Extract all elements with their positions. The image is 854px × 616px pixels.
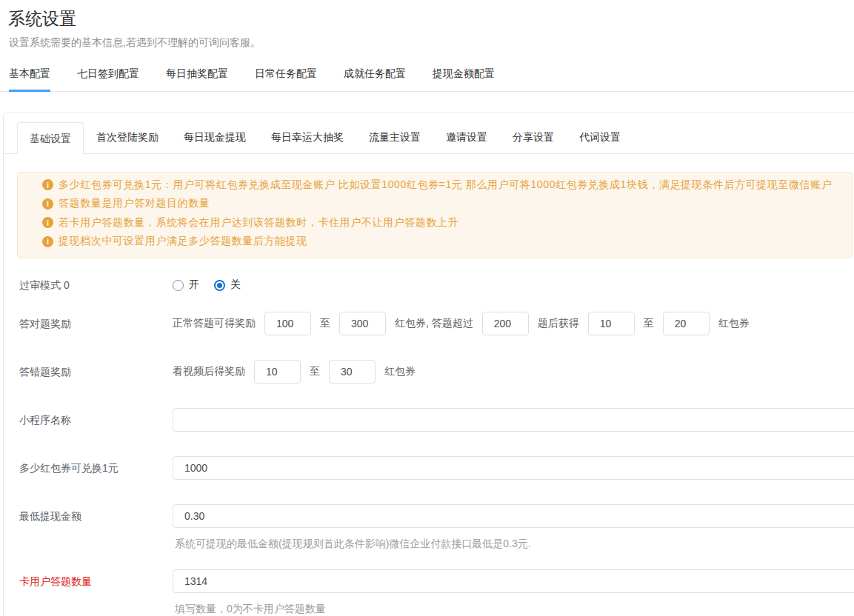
form-row-appname: 小程序名称 bbox=[19, 408, 854, 432]
correct-prefix-text: 正常答题可得奖励 bbox=[173, 317, 256, 330]
wrong-max-input[interactable] bbox=[329, 360, 376, 384]
top-tab-bar: 基本配置 七日签到配置 每日抽奖配置 日常任务配置 成就任务配置 提现金额配置 bbox=[0, 64, 854, 92]
correct-max-input[interactable] bbox=[339, 312, 386, 335]
alert-line: i 若卡用户答题数量，系统将会在用户达到该答题数时，卡住用户不让用户答题数上升 bbox=[24, 213, 846, 232]
to-text: 至 bbox=[320, 317, 330, 330]
top-tab-achievement-task[interactable]: 成就任务配置 bbox=[344, 64, 406, 92]
sub-tab-daily-cash-withdraw[interactable]: 每日现金提现 bbox=[171, 121, 258, 153]
settings-card: 基础设置 首次登陆奖励 每日现金提现 每日幸运大抽奖 流量主设置 邀请设置 分享… bbox=[3, 113, 854, 616]
exchange-label: 多少红包券可兑换1元 bbox=[19, 456, 173, 480]
form-row-block-count: 卡用户答题数量 填写数量，0为不卡用户答题数量 bbox=[19, 569, 854, 616]
wrong-reward-content: 看视频后得奖励 至 红包券 bbox=[173, 360, 416, 384]
audit-mode-radio-group: 开 关 bbox=[173, 273, 256, 297]
block-count-input[interactable] bbox=[173, 569, 854, 593]
block-count-content: 填写数量，0为不卡用户答题数量 bbox=[173, 569, 854, 616]
correct-after-text: 题后获得 bbox=[538, 317, 579, 330]
wrong-prefix-text: 看视频后得奖励 bbox=[173, 365, 245, 378]
audit-mode-label: 过审模式 0 bbox=[19, 273, 173, 297]
sub-tab-first-login-reward[interactable]: 首次登陆奖励 bbox=[84, 121, 171, 153]
alert-text: 多少红包券可兑换1元：用户可将红包券兑换成至现金账户 比如设置1000红包券=1… bbox=[59, 178, 832, 192]
sub-tab-daily-lucky-draw[interactable]: 每日幸运大抽奖 bbox=[258, 121, 356, 153]
radio-option-off[interactable]: 关 bbox=[214, 278, 241, 292]
appname-content bbox=[173, 408, 854, 432]
min-withdraw-input[interactable] bbox=[173, 504, 854, 528]
correct-threshold-input[interactable] bbox=[482, 312, 529, 335]
correct-min2-input[interactable] bbox=[588, 312, 635, 335]
system-settings-page: 系统设置 设置系统需要的基本信息,若遇到不理解的可询问客服。 基本配置 七日签到… bbox=[0, 0, 854, 616]
top-tab-seven-day-signin[interactable]: 七日签到配置 bbox=[77, 64, 139, 92]
radio-icon-off[interactable] bbox=[214, 280, 225, 291]
correct-suffix-text: 红包券 bbox=[718, 317, 750, 330]
radio-option-on[interactable]: 开 bbox=[173, 278, 199, 292]
correct-reward-content: 正常答题可得奖励 至 红包券, 答题超过 题后获得 至 红包券 bbox=[173, 312, 750, 335]
radio-label-on: 开 bbox=[189, 278, 199, 292]
info-icon: i bbox=[42, 179, 53, 190]
to-text: 至 bbox=[310, 365, 320, 378]
top-tab-basic[interactable]: 基本配置 bbox=[9, 64, 50, 92]
sub-tab-bar: 基础设置 首次登陆奖励 每日现金提现 每日幸运大抽奖 流量主设置 邀请设置 分享… bbox=[4, 113, 854, 154]
alert-text: 答题数量是用户答对题目的数量 bbox=[59, 197, 210, 210]
form-row-min-withdraw: 最低提现金额 系统可提现的最低金额(提现规则首此条件影响)微信企业付款接口最低是… bbox=[19, 504, 854, 552]
info-alert: i 多少红包券可兑换1元：用户可将红包券兑换成至现金账户 比如设置1000红包券… bbox=[17, 172, 853, 258]
form-row-correct-reward: 答对题奖励 正常答题可得奖励 至 红包券, 答题超过 题后获得 至 红包券 bbox=[19, 312, 854, 335]
radio-label-off: 关 bbox=[230, 278, 241, 292]
wrong-reward-label: 答错题奖励 bbox=[19, 360, 173, 384]
top-tab-daily-lottery[interactable]: 每日抽奖配置 bbox=[166, 64, 228, 92]
min-withdraw-hint: 系统可提现的最低金额(提现规则首此条件影响)微信企业付款接口最低是0.3元. bbox=[175, 535, 854, 552]
info-icon: i bbox=[42, 236, 53, 247]
exchange-content bbox=[173, 456, 854, 480]
page-subtitle: 设置系统需要的基本信息,若遇到不理解的可询问客服。 bbox=[9, 36, 261, 50]
correct-min-input[interactable] bbox=[264, 312, 311, 335]
appname-input[interactable] bbox=[173, 408, 854, 432]
sub-tab-keyword-settings[interactable]: 代词设置 bbox=[567, 121, 633, 153]
correct-reward-label: 答对题奖励 bbox=[19, 312, 173, 335]
wrong-suffix-text: 红包券 bbox=[384, 365, 416, 378]
alert-text: 提现档次中可设置用户满足多少答题数量后方能提现 bbox=[59, 235, 307, 248]
alert-line: i 提现档次中可设置用户满足多少答题数量后方能提现 bbox=[24, 232, 846, 252]
info-icon: i bbox=[42, 217, 53, 228]
to-text: 至 bbox=[644, 317, 654, 330]
top-tab-daily-task[interactable]: 日常任务配置 bbox=[255, 64, 317, 92]
alert-line: i 答题数量是用户答对题目的数量 bbox=[24, 195, 846, 214]
wrong-min-input[interactable] bbox=[254, 360, 301, 384]
top-tab-withdraw-amount[interactable]: 提现金额配置 bbox=[433, 64, 495, 92]
form-row-wrong-reward: 答错题奖励 看视频后得奖励 至 红包券 bbox=[19, 360, 854, 384]
page-title: 系统设置 bbox=[8, 7, 76, 30]
sub-tab-basic-settings[interactable]: 基础设置 bbox=[17, 122, 84, 154]
block-count-hint: 填写数量，0为不卡用户答题数量 bbox=[175, 600, 854, 616]
settings-form: 过审模式 0 开 关 答对题奖励 正常答题可得奖励 bbox=[19, 273, 854, 616]
appname-label: 小程序名称 bbox=[19, 408, 173, 432]
correct-mid-text: 红包券, 答题超过 bbox=[395, 317, 473, 330]
alert-text: 若卡用户答题数量，系统将会在用户达到该答题数时，卡住用户不让用户答题数上升 bbox=[59, 216, 458, 230]
correct-max2-input[interactable] bbox=[663, 312, 710, 335]
sub-tab-traffic-settings[interactable]: 流量主设置 bbox=[356, 121, 433, 153]
form-row-audit-mode: 过审模式 0 开 关 bbox=[19, 273, 854, 297]
min-withdraw-label: 最低提现金额 bbox=[19, 504, 173, 552]
sub-tab-share-settings[interactable]: 分享设置 bbox=[500, 121, 567, 153]
info-icon: i bbox=[42, 198, 53, 210]
min-withdraw-content: 系统可提现的最低金额(提现规则首此条件影响)微信企业付款接口最低是0.3元. bbox=[173, 504, 854, 552]
sub-tab-invite-settings[interactable]: 邀请设置 bbox=[433, 121, 500, 153]
radio-icon-on[interactable] bbox=[173, 280, 184, 291]
form-row-exchange: 多少红包券可兑换1元 bbox=[19, 456, 854, 480]
block-count-label: 卡用户答题数量 bbox=[19, 569, 173, 616]
exchange-input[interactable] bbox=[173, 456, 854, 480]
alert-line: i 多少红包券可兑换1元：用户可将红包券兑换成至现金账户 比如设置1000红包券… bbox=[24, 175, 846, 195]
